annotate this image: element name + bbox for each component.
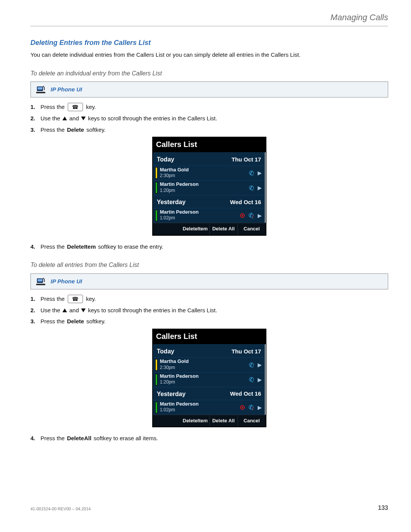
- chevron-right-icon: ▶: [258, 184, 262, 192]
- caller-entry[interactable]: Martin Pederson 1:02pm ✆1 ▶: [153, 400, 265, 415]
- softkey-delete-all[interactable]: Delete All: [210, 223, 238, 235]
- group-today: Today Thu Oct 17: [153, 152, 265, 165]
- chapter-title: Managing Calls: [30, 11, 388, 26]
- softkey-bar: DeleteItem Delete All Cancel: [153, 415, 266, 427]
- callers-key-icon: ☎: [68, 103, 83, 111]
- subheading-delete-individual: To delete an individual entry from the C…: [30, 69, 388, 78]
- ip-phone-ui-label: IP Phone UI: [51, 85, 82, 94]
- step-2: Use the and keys to scroll through the e…: [30, 114, 388, 123]
- missed-call-icon: [240, 405, 245, 410]
- page-number: 133: [378, 503, 388, 512]
- screen-title: Callers List: [153, 329, 266, 344]
- step-3: Press the Delete softkey.: [30, 126, 388, 134]
- chevron-right-icon: ▶: [258, 212, 262, 219]
- callers-key-icon: ☎: [68, 295, 83, 303]
- subheading-delete-all: To delete all entries from the Callers L…: [30, 260, 388, 269]
- status-bar-icon: [155, 182, 158, 193]
- group-yesterday: Yesterday Wed Oct 16: [153, 195, 265, 208]
- screen-title: Callers List: [153, 137, 266, 152]
- intro-text: You can delete individual entries from t…: [30, 51, 388, 59]
- softkey-bar: DeleteItem Delete All Cancel: [153, 223, 266, 235]
- steps-individual-cont: Press the DeleteItem softkey to erase th…: [30, 243, 388, 251]
- steps-all-cont: Press the DeleteAll softkey to erase all…: [30, 434, 388, 443]
- softkey-delete-all[interactable]: Delete All: [210, 415, 238, 427]
- caller-entry[interactable]: Martin Pederson 1:20pm ✆ ▶: [153, 180, 265, 195]
- status-bar-icon: [155, 359, 158, 371]
- doc-id: 41-001524-00 REV00 – 04.2014: [30, 506, 91, 512]
- step-4: Press the DeleteAll softkey to erase all…: [30, 434, 388, 443]
- phone-device-icon: [36, 277, 46, 286]
- caller-entry[interactable]: Martha Gold 2:30pm ✆ ▶: [153, 166, 265, 181]
- step-2: Use the and keys to scroll through the e…: [30, 306, 388, 315]
- step-3: Press the Delete softkey.: [30, 317, 388, 326]
- status-bar-icon: [155, 374, 158, 385]
- step-1: Press the ☎ key.: [30, 103, 388, 111]
- incoming-call-icon: ✆: [249, 361, 254, 369]
- incoming-call-icon: ✆: [249, 375, 254, 384]
- up-arrow-icon: [62, 117, 67, 120]
- svg-rect-5: [36, 284, 45, 285]
- phone-screen-callers-list: Callers List Today Thu Oct 17 Martha Gol…: [152, 329, 266, 427]
- incoming-call-icon: ✆: [249, 169, 254, 177]
- incoming-call-icon: ✆: [249, 184, 254, 192]
- missed-call-icon: [240, 213, 245, 218]
- down-arrow-icon: [81, 308, 86, 312]
- caller-entry[interactable]: Martha Gold 2:30pm ✆ ▶: [153, 357, 265, 372]
- chevron-right-icon: ▶: [258, 376, 262, 383]
- softkey-delete-item[interactable]: DeleteItem: [181, 223, 209, 235]
- incoming-call-icon: ✆1: [249, 211, 254, 220]
- ip-phone-ui-bar: IP Phone UI: [30, 273, 388, 289]
- status-bar-icon: [155, 210, 158, 221]
- step-1: Press the ☎ key.: [30, 295, 388, 303]
- status-bar-icon: [155, 402, 158, 413]
- ip-phone-ui-label: IP Phone UI: [51, 277, 82, 286]
- incoming-call-icon: ✆1: [249, 403, 254, 412]
- softkey-cancel[interactable]: Cancel: [238, 415, 266, 427]
- caller-entry[interactable]: Martin Pederson 1:20pm ✆ ▶: [153, 372, 265, 387]
- up-arrow-icon: [62, 308, 67, 312]
- section-title: Deleting Entries from the Callers List: [30, 38, 388, 48]
- svg-rect-4: [38, 279, 42, 281]
- svg-rect-2: [36, 92, 45, 93]
- status-bar-icon: [155, 167, 158, 179]
- ip-phone-ui-bar: IP Phone UI: [30, 81, 388, 97]
- softkey-delete-item[interactable]: DeleteItem: [181, 415, 209, 427]
- steps-individual: Press the ☎ key. Use the and keys to scr…: [30, 103, 388, 134]
- chevron-right-icon: ▶: [258, 404, 262, 411]
- chevron-right-icon: ▶: [258, 361, 262, 369]
- page-footer: 41-001524-00 REV00 – 04.2014 133: [30, 503, 388, 512]
- group-today: Today Thu Oct 17: [153, 344, 265, 357]
- down-arrow-icon: [81, 117, 86, 120]
- phone-screen-callers-list: Callers List Today Thu Oct 17 Martha Gol…: [152, 137, 266, 235]
- chevron-right-icon: ▶: [258, 169, 262, 177]
- steps-all: Press the ☎ key. Use the and keys to scr…: [30, 295, 388, 326]
- step-4: Press the DeleteItem softkey to erase th…: [30, 243, 388, 251]
- softkey-cancel[interactable]: Cancel: [238, 223, 266, 235]
- group-yesterday: Yesterday Wed Oct 16: [153, 387, 265, 400]
- svg-rect-1: [38, 87, 42, 89]
- phone-device-icon: [36, 85, 46, 94]
- caller-entry[interactable]: Martin Pederson 1:02pm ✆1 ▶: [153, 208, 265, 223]
